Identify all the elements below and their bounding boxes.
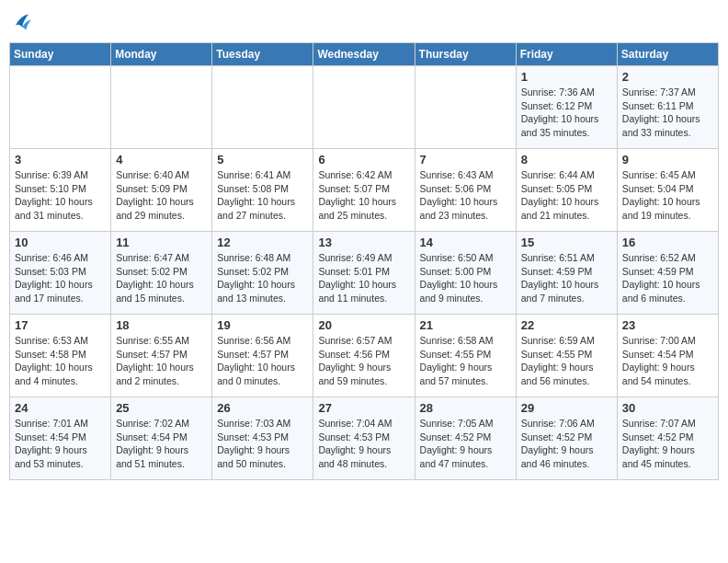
- calendar-cell: 16Sunrise: 6:52 AM Sunset: 4:59 PM Dayli…: [617, 232, 718, 315]
- day-info: Sunrise: 7:03 AM Sunset: 4:53 PM Dayligh…: [217, 417, 308, 471]
- day-info: Sunrise: 6:57 AM Sunset: 4:56 PM Dayligh…: [318, 334, 409, 388]
- day-info: Sunrise: 6:43 AM Sunset: 5:06 PM Dayligh…: [420, 168, 511, 223]
- day-info: Sunrise: 6:40 AM Sunset: 5:09 PM Dayligh…: [116, 168, 207, 223]
- calendar-cell: [212, 66, 313, 149]
- day-info: Sunrise: 6:47 AM Sunset: 5:02 PM Dayligh…: [116, 251, 207, 305]
- day-number: 1: [521, 70, 612, 84]
- day-number: 11: [116, 236, 207, 249]
- calendar-week-2: 3Sunrise: 6:39 AM Sunset: 5:10 PM Daylig…: [10, 149, 719, 232]
- day-number: 4: [116, 153, 207, 167]
- day-number: 14: [420, 236, 511, 249]
- calendar-cell: 27Sunrise: 7:04 AM Sunset: 4:53 PM Dayli…: [313, 397, 415, 480]
- day-info: Sunrise: 7:05 AM Sunset: 4:52 PM Dayligh…: [420, 417, 511, 471]
- day-number: 25: [116, 401, 207, 415]
- calendar-cell: [10, 66, 111, 149]
- calendar-header: SundayMondayTuesdayWednesdayThursdayFrid…: [10, 43, 719, 66]
- day-number: 22: [521, 318, 612, 332]
- day-number: 27: [318, 401, 409, 415]
- day-info: Sunrise: 6:56 AM Sunset: 4:57 PM Dayligh…: [217, 334, 308, 388]
- day-number: 24: [15, 401, 106, 415]
- calendar-cell: 5Sunrise: 6:41 AM Sunset: 5:08 PM Daylig…: [212, 149, 313, 232]
- day-number: 19: [217, 318, 308, 332]
- weekday-header-saturday: Saturday: [617, 43, 718, 66]
- calendar-cell: 30Sunrise: 7:07 AM Sunset: 4:52 PM Dayli…: [617, 397, 718, 480]
- weekday-header-tuesday: Tuesday: [212, 43, 313, 66]
- day-info: Sunrise: 7:02 AM Sunset: 4:54 PM Dayligh…: [116, 417, 207, 471]
- day-info: Sunrise: 7:36 AM Sunset: 6:12 PM Dayligh…: [521, 86, 612, 140]
- weekday-header-friday: Friday: [516, 43, 617, 66]
- day-info: Sunrise: 6:41 AM Sunset: 5:08 PM Dayligh…: [217, 168, 308, 223]
- day-number: 23: [622, 318, 713, 332]
- day-info: Sunrise: 7:06 AM Sunset: 4:52 PM Dayligh…: [521, 417, 612, 471]
- day-number: 8: [521, 153, 612, 167]
- calendar-cell: [415, 66, 516, 149]
- calendar-cell: 10Sunrise: 6:46 AM Sunset: 5:03 PM Dayli…: [10, 232, 111, 315]
- calendar-cell: 21Sunrise: 6:58 AM Sunset: 4:55 PM Dayli…: [415, 315, 516, 397]
- day-info: Sunrise: 6:50 AM Sunset: 5:00 PM Dayligh…: [420, 251, 511, 305]
- day-number: 2: [622, 70, 713, 84]
- day-info: Sunrise: 6:48 AM Sunset: 5:02 PM Dayligh…: [217, 251, 308, 305]
- day-info: Sunrise: 6:46 AM Sunset: 5:03 PM Dayligh…: [15, 251, 106, 305]
- calendar-week-4: 17Sunrise: 6:53 AM Sunset: 4:58 PM Dayli…: [10, 315, 719, 397]
- calendar-week-1: 1Sunrise: 7:36 AM Sunset: 6:12 PM Daylig…: [10, 66, 719, 149]
- day-info: Sunrise: 6:58 AM Sunset: 4:55 PM Dayligh…: [420, 334, 511, 388]
- calendar-week-3: 10Sunrise: 6:46 AM Sunset: 5:03 PM Dayli…: [10, 232, 719, 315]
- calendar-cell: [313, 66, 415, 149]
- day-info: Sunrise: 7:01 AM Sunset: 4:54 PM Dayligh…: [15, 417, 106, 471]
- calendar-cell: 24Sunrise: 7:01 AM Sunset: 4:54 PM Dayli…: [10, 397, 111, 480]
- calendar-cell: 7Sunrise: 6:43 AM Sunset: 5:06 PM Daylig…: [415, 149, 516, 232]
- day-number: 10: [15, 236, 106, 249]
- calendar-cell: 25Sunrise: 7:02 AM Sunset: 4:54 PM Dayli…: [111, 397, 212, 480]
- calendar-table: SundayMondayTuesdayWednesdayThursdayFrid…: [9, 42, 719, 480]
- weekday-header-thursday: Thursday: [415, 43, 516, 66]
- day-info: Sunrise: 6:51 AM Sunset: 4:59 PM Dayligh…: [521, 251, 612, 305]
- calendar-cell: 8Sunrise: 6:44 AM Sunset: 5:05 PM Daylig…: [516, 149, 617, 232]
- page-header: [9, 9, 719, 35]
- day-number: 16: [622, 236, 713, 249]
- day-number: 5: [217, 153, 308, 167]
- day-number: 20: [318, 318, 409, 332]
- day-number: 6: [318, 153, 409, 167]
- day-info: Sunrise: 6:39 AM Sunset: 5:10 PM Dayligh…: [15, 168, 106, 223]
- day-number: 28: [420, 401, 511, 415]
- day-info: Sunrise: 7:00 AM Sunset: 4:54 PM Dayligh…: [622, 334, 713, 388]
- day-number: 13: [318, 236, 409, 249]
- calendar-cell: 17Sunrise: 6:53 AM Sunset: 4:58 PM Dayli…: [10, 315, 111, 397]
- day-info: Sunrise: 6:55 AM Sunset: 4:57 PM Dayligh…: [116, 334, 207, 388]
- day-number: 3: [15, 153, 106, 167]
- day-info: Sunrise: 6:52 AM Sunset: 4:59 PM Dayligh…: [622, 251, 713, 305]
- calendar-cell: 18Sunrise: 6:55 AM Sunset: 4:57 PM Dayli…: [111, 315, 212, 397]
- day-info: Sunrise: 7:07 AM Sunset: 4:52 PM Dayligh…: [622, 417, 713, 471]
- calendar-cell: 23Sunrise: 7:00 AM Sunset: 4:54 PM Dayli…: [617, 315, 718, 397]
- day-number: 26: [217, 401, 308, 415]
- day-number: 7: [420, 153, 511, 167]
- calendar-cell: 2Sunrise: 7:37 AM Sunset: 6:11 PM Daylig…: [617, 66, 718, 149]
- calendar-body: 1Sunrise: 7:36 AM Sunset: 6:12 PM Daylig…: [10, 66, 719, 480]
- day-info: Sunrise: 7:04 AM Sunset: 4:53 PM Dayligh…: [318, 417, 409, 471]
- weekday-header-row: SundayMondayTuesdayWednesdayThursdayFrid…: [10, 43, 719, 66]
- day-info: Sunrise: 7:37 AM Sunset: 6:11 PM Dayligh…: [622, 86, 713, 140]
- calendar-cell: 14Sunrise: 6:50 AM Sunset: 5:00 PM Dayli…: [415, 232, 516, 315]
- day-info: Sunrise: 6:49 AM Sunset: 5:01 PM Dayligh…: [318, 251, 409, 305]
- day-number: 29: [521, 401, 612, 415]
- day-number: 17: [15, 318, 106, 332]
- calendar-cell: 19Sunrise: 6:56 AM Sunset: 4:57 PM Dayli…: [212, 315, 313, 397]
- day-number: 30: [622, 401, 713, 415]
- weekday-header-monday: Monday: [111, 43, 212, 66]
- logo-bird-icon: [9, 9, 35, 35]
- day-info: Sunrise: 6:59 AM Sunset: 4:55 PM Dayligh…: [521, 334, 612, 388]
- calendar-cell: 9Sunrise: 6:45 AM Sunset: 5:04 PM Daylig…: [617, 149, 718, 232]
- calendar-cell: 6Sunrise: 6:42 AM Sunset: 5:07 PM Daylig…: [313, 149, 415, 232]
- day-info: Sunrise: 6:42 AM Sunset: 5:07 PM Dayligh…: [318, 168, 409, 223]
- calendar-cell: 3Sunrise: 6:39 AM Sunset: 5:10 PM Daylig…: [10, 149, 111, 232]
- calendar-cell: 26Sunrise: 7:03 AM Sunset: 4:53 PM Dayli…: [212, 397, 313, 480]
- day-number: 12: [217, 236, 308, 249]
- day-number: 9: [622, 153, 713, 167]
- calendar-cell: 12Sunrise: 6:48 AM Sunset: 5:02 PM Dayli…: [212, 232, 313, 315]
- calendar-cell: 22Sunrise: 6:59 AM Sunset: 4:55 PM Dayli…: [516, 315, 617, 397]
- calendar-cell: 29Sunrise: 7:06 AM Sunset: 4:52 PM Dayli…: [516, 397, 617, 480]
- day-info: Sunrise: 6:53 AM Sunset: 4:58 PM Dayligh…: [15, 334, 106, 388]
- calendar-cell: 28Sunrise: 7:05 AM Sunset: 4:52 PM Dayli…: [415, 397, 516, 480]
- day-info: Sunrise: 6:45 AM Sunset: 5:04 PM Dayligh…: [622, 168, 713, 223]
- calendar-cell: 20Sunrise: 6:57 AM Sunset: 4:56 PM Dayli…: [313, 315, 415, 397]
